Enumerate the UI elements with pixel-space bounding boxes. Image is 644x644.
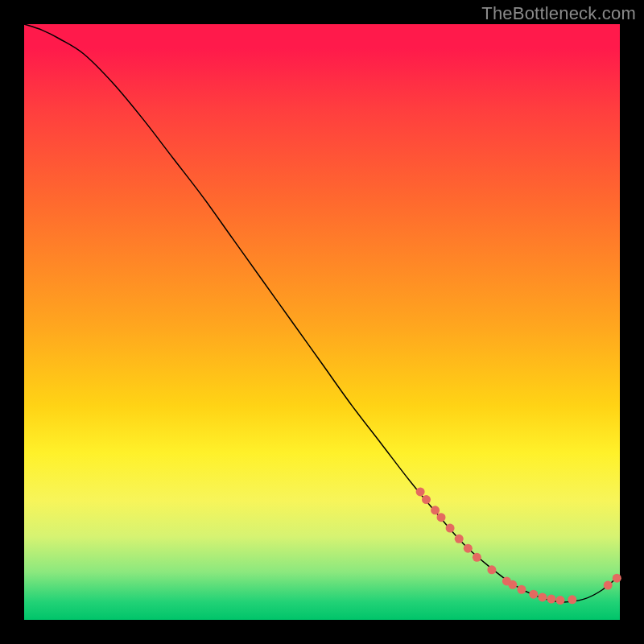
bottleneck-curve <box>24 24 620 602</box>
watermark-text: TheBottleneck.com <box>481 3 636 24</box>
data-point <box>422 495 431 504</box>
plot-svg <box>24 24 620 620</box>
data-point <box>613 574 621 583</box>
data-point <box>604 581 613 590</box>
data-point <box>568 595 576 604</box>
data-point <box>547 595 555 604</box>
data-point <box>508 580 517 589</box>
data-point <box>487 565 496 574</box>
data-point <box>431 506 440 514</box>
data-markers <box>416 487 621 605</box>
data-point <box>416 487 425 496</box>
data-point <box>517 585 526 594</box>
data-point <box>464 544 473 553</box>
data-point <box>455 535 464 543</box>
chart-frame: TheBottleneck.com <box>0 0 644 644</box>
data-point <box>529 590 538 599</box>
data-point <box>556 596 565 605</box>
data-point <box>446 524 455 533</box>
data-point <box>473 553 481 562</box>
data-point <box>437 513 446 522</box>
data-point <box>538 592 547 601</box>
plot-background <box>24 24 620 620</box>
